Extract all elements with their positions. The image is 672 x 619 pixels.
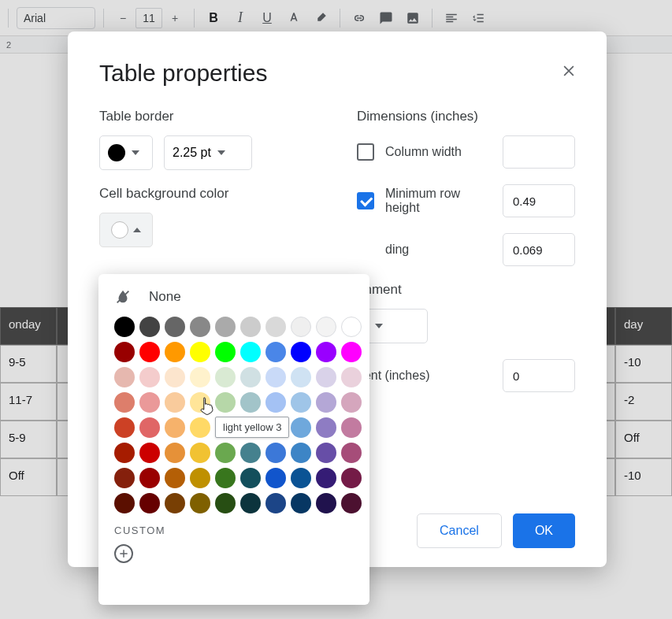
row-height-checkbox[interactable] [357, 192, 374, 209]
color-swatch[interactable] [316, 468, 336, 488]
alignment-label: gnment [357, 282, 575, 298]
column-width-checkbox[interactable] [357, 143, 374, 161]
color-swatch[interactable] [139, 468, 160, 488]
color-picker-popover: None light yellow 3 CUSTOM [98, 274, 369, 605]
color-swatch[interactable] [114, 317, 135, 337]
color-swatch[interactable] [265, 468, 286, 488]
color-swatch[interactable] [190, 342, 210, 362]
color-swatch[interactable] [165, 468, 185, 488]
color-swatch[interactable] [165, 367, 185, 387]
color-swatch[interactable] [190, 417, 210, 438]
color-swatch[interactable] [139, 342, 160, 362]
border-color-swatch [108, 144, 125, 161]
color-swatch[interactable] [190, 392, 210, 413]
color-swatch[interactable] [165, 493, 185, 513]
close-button[interactable] [558, 60, 580, 82]
color-swatch[interactable] [139, 392, 160, 413]
color-swatch[interactable] [139, 317, 160, 337]
cell-bg-dropdown[interactable] [99, 213, 153, 247]
color-swatch[interactable] [341, 342, 362, 362]
color-swatch[interactable] [341, 392, 362, 413]
color-swatch[interactable] [165, 317, 185, 337]
color-swatch[interactable] [190, 317, 210, 337]
color-swatch[interactable] [291, 468, 311, 488]
color-swatch[interactable] [190, 367, 210, 387]
color-swatch[interactable] [240, 367, 261, 387]
color-swatch[interactable] [165, 443, 185, 463]
color-swatch[interactable] [114, 417, 135, 438]
color-swatch[interactable] [215, 392, 236, 413]
color-swatch[interactable] [114, 367, 135, 387]
color-swatch[interactable] [240, 317, 261, 337]
row-height-input[interactable] [503, 184, 575, 217]
color-swatch[interactable] [291, 317, 311, 337]
color-swatch[interactable] [265, 443, 286, 463]
color-swatch[interactable] [240, 493, 261, 513]
color-swatch[interactable] [139, 493, 160, 513]
indent-label: dent (inches) [357, 369, 492, 383]
color-swatch[interactable] [316, 417, 336, 438]
color-swatch[interactable] [291, 367, 311, 387]
color-swatch[interactable] [240, 342, 261, 362]
color-swatch[interactable] [265, 342, 286, 362]
color-none-option[interactable]: None [114, 288, 354, 306]
border-width-dropdown[interactable]: 2.25 pt [164, 135, 252, 170]
color-swatch[interactable] [341, 468, 362, 488]
color-swatch[interactable] [114, 443, 135, 463]
color-swatch[interactable] [316, 317, 336, 337]
color-swatch[interactable] [114, 342, 135, 362]
color-swatch[interactable] [341, 443, 362, 463]
cancel-button[interactable]: Cancel [417, 513, 502, 548]
color-swatch[interactable] [190, 493, 210, 513]
color-swatch[interactable] [215, 317, 236, 337]
color-swatch[interactable] [240, 443, 261, 463]
color-swatch[interactable] [215, 443, 236, 463]
add-custom-color-button[interactable] [114, 544, 133, 563]
color-swatch[interactable] [291, 443, 311, 463]
color-swatch[interactable] [190, 468, 210, 488]
color-swatch[interactable] [165, 392, 185, 413]
color-swatch[interactable] [291, 342, 311, 362]
indent-input[interactable] [503, 359, 575, 392]
color-swatch[interactable] [215, 493, 236, 513]
color-swatch[interactable] [139, 417, 160, 438]
color-swatch[interactable] [291, 417, 311, 438]
none-label: None [149, 289, 181, 305]
color-swatch[interactable] [240, 392, 261, 413]
color-swatch[interactable] [316, 367, 336, 387]
color-swatch[interactable] [165, 342, 185, 362]
color-swatch[interactable] [265, 392, 286, 413]
color-swatch[interactable] [341, 317, 362, 337]
border-color-dropdown[interactable] [99, 135, 153, 170]
color-swatch[interactable] [341, 493, 362, 513]
color-swatch[interactable] [341, 367, 362, 387]
color-swatch[interactable] [341, 417, 362, 438]
color-swatch[interactable] [114, 493, 135, 513]
color-swatch[interactable] [265, 493, 286, 513]
color-swatch[interactable] [291, 493, 311, 513]
color-swatch[interactable] [114, 392, 135, 413]
color-swatch[interactable] [215, 342, 236, 362]
cell-padding-label: ding [385, 243, 492, 257]
color-swatch[interactable] [316, 342, 336, 362]
color-swatch[interactable] [240, 468, 261, 488]
color-swatch[interactable] [265, 367, 286, 387]
color-swatch[interactable] [316, 493, 336, 513]
color-swatch[interactable] [190, 443, 210, 463]
custom-label: CUSTOM [114, 524, 354, 536]
color-swatch[interactable] [316, 443, 336, 463]
color-swatch[interactable] [265, 317, 286, 337]
color-swatch[interactable] [215, 367, 236, 387]
ok-button[interactable]: OK [513, 513, 575, 548]
color-swatch[interactable] [165, 417, 185, 438]
color-swatch[interactable] [215, 468, 236, 488]
border-width-value: 2.25 pt [173, 146, 211, 160]
color-swatch[interactable] [114, 468, 135, 488]
column-width-input[interactable] [503, 135, 575, 169]
color-swatch[interactable] [291, 392, 311, 413]
color-swatch[interactable] [139, 367, 160, 387]
chevron-down-icon [217, 150, 225, 155]
color-swatch[interactable] [139, 443, 160, 463]
color-swatch[interactable] [316, 392, 336, 413]
cell-padding-input[interactable] [503, 233, 575, 266]
